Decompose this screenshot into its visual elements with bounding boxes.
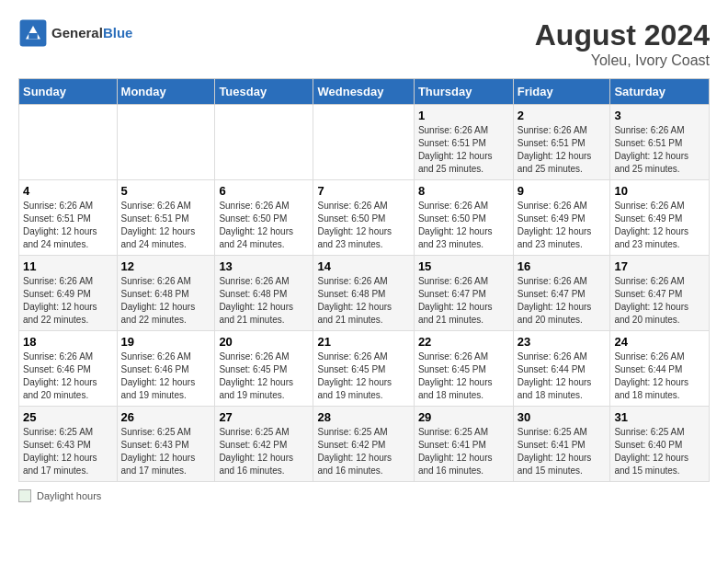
day-number: 26	[121, 410, 211, 424]
calendar-cell: 21Sunrise: 6:26 AM Sunset: 6:45 PM Dayli…	[313, 331, 414, 407]
day-info: Sunrise: 6:26 AM Sunset: 6:49 PM Dayligh…	[614, 200, 705, 251]
day-number: 29	[418, 410, 509, 424]
day-info: Sunrise: 6:26 AM Sunset: 6:47 PM Dayligh…	[614, 275, 705, 327]
calendar-cell	[313, 105, 414, 180]
day-info: Sunrise: 6:26 AM Sunset: 6:50 PM Dayligh…	[317, 200, 409, 251]
calendar-cell: 6Sunrise: 6:26 AM Sunset: 6:50 PM Daylig…	[215, 180, 313, 256]
calendar-cell: 18Sunrise: 6:26 AM Sunset: 6:46 PM Dayli…	[19, 331, 118, 407]
calendar-cell: 16Sunrise: 6:26 AM Sunset: 6:47 PM Dayli…	[513, 256, 610, 331]
calendar-cell: 31Sunrise: 6:25 AM Sunset: 6:40 PM Dayli…	[610, 407, 710, 482]
day-info: Sunrise: 6:25 AM Sunset: 6:43 PM Dayligh…	[121, 426, 211, 477]
calendar-week-1: 1Sunrise: 6:26 AM Sunset: 6:51 PM Daylig…	[19, 105, 710, 180]
day-number: 25	[23, 410, 113, 424]
day-info: Sunrise: 6:26 AM Sunset: 6:47 PM Dayligh…	[418, 275, 509, 327]
day-number: 22	[418, 335, 509, 349]
day-info: Sunrise: 6:26 AM Sunset: 6:49 PM Dayligh…	[518, 200, 607, 251]
day-number: 17	[614, 259, 705, 273]
subtitle: Yoleu, Ivory Coast	[535, 52, 710, 69]
day-info: Sunrise: 6:26 AM Sunset: 6:48 PM Dayligh…	[219, 275, 309, 327]
logo-icon	[18, 18, 48, 48]
calendar-cell	[19, 105, 118, 180]
calendar-week-4: 18Sunrise: 6:26 AM Sunset: 6:46 PM Dayli…	[19, 331, 710, 407]
legend-label: Daylight hours	[37, 490, 101, 501]
day-number: 31	[614, 410, 705, 424]
day-info: Sunrise: 6:26 AM Sunset: 6:44 PM Dayligh…	[614, 350, 705, 402]
calendar-cell: 30Sunrise: 6:25 AM Sunset: 6:41 PM Dayli…	[513, 407, 610, 482]
day-info: Sunrise: 6:26 AM Sunset: 6:50 PM Dayligh…	[418, 200, 509, 251]
calendar-cell: 9Sunrise: 6:26 AM Sunset: 6:49 PM Daylig…	[513, 180, 610, 256]
col-header-friday: Friday	[513, 79, 610, 105]
col-header-monday: Monday	[117, 79, 215, 105]
calendar-cell	[215, 105, 313, 180]
calendar-cell: 17Sunrise: 6:26 AM Sunset: 6:47 PM Dayli…	[610, 256, 710, 331]
day-info: Sunrise: 6:26 AM Sunset: 6:51 PM Dayligh…	[23, 200, 113, 251]
calendar-cell: 11Sunrise: 6:26 AM Sunset: 6:49 PM Dayli…	[19, 256, 118, 331]
col-header-sunday: Sunday	[19, 79, 118, 105]
calendar-cell: 10Sunrise: 6:26 AM Sunset: 6:49 PM Dayli…	[610, 180, 710, 256]
day-info: Sunrise: 6:26 AM Sunset: 6:45 PM Dayligh…	[219, 350, 309, 402]
calendar-cell: 8Sunrise: 6:26 AM Sunset: 6:50 PM Daylig…	[414, 180, 513, 256]
calendar-cell: 13Sunrise: 6:26 AM Sunset: 6:48 PM Dayli…	[215, 256, 313, 331]
calendar-cell	[117, 105, 215, 180]
day-info: Sunrise: 6:26 AM Sunset: 6:45 PM Dayligh…	[418, 350, 509, 402]
day-number: 11	[23, 259, 113, 273]
day-number: 19	[121, 335, 211, 349]
calendar-cell: 7Sunrise: 6:26 AM Sunset: 6:50 PM Daylig…	[313, 180, 414, 256]
day-info: Sunrise: 6:26 AM Sunset: 6:48 PM Dayligh…	[317, 275, 409, 327]
logo-text-general: General	[51, 25, 103, 40]
logo-text-blue: Blue	[103, 25, 133, 40]
day-number: 23	[518, 335, 607, 349]
col-header-wednesday: Wednesday	[313, 79, 414, 105]
page-header: GeneralBlue August 2024 Yoleu, Ivory Coa…	[18, 18, 710, 69]
main-title: August 2024	[535, 18, 710, 52]
calendar-table: SundayMondayTuesdayWednesdayThursdayFrid…	[18, 78, 710, 482]
day-number: 20	[219, 335, 309, 349]
day-number: 15	[418, 259, 509, 273]
calendar-cell: 25Sunrise: 6:25 AM Sunset: 6:43 PM Dayli…	[19, 407, 118, 482]
logo: GeneralBlue	[18, 18, 132, 48]
day-number: 7	[317, 184, 409, 198]
day-info: Sunrise: 6:25 AM Sunset: 6:43 PM Dayligh…	[23, 426, 113, 477]
day-number: 3	[614, 109, 705, 122]
day-number: 9	[518, 184, 607, 198]
day-info: Sunrise: 6:25 AM Sunset: 6:41 PM Dayligh…	[418, 426, 509, 477]
day-info: Sunrise: 6:26 AM Sunset: 6:45 PM Dayligh…	[317, 350, 409, 402]
calendar-cell: 27Sunrise: 6:25 AM Sunset: 6:42 PM Dayli…	[215, 407, 313, 482]
calendar-cell: 28Sunrise: 6:25 AM Sunset: 6:42 PM Dayli…	[313, 407, 414, 482]
day-number: 4	[23, 184, 113, 198]
calendar-cell: 2Sunrise: 6:26 AM Sunset: 6:51 PM Daylig…	[513, 105, 610, 180]
calendar-cell: 5Sunrise: 6:26 AM Sunset: 6:51 PM Daylig…	[117, 180, 215, 256]
calendar-week-3: 11Sunrise: 6:26 AM Sunset: 6:49 PM Dayli…	[19, 256, 710, 331]
calendar-cell: 29Sunrise: 6:25 AM Sunset: 6:41 PM Dayli…	[414, 407, 513, 482]
calendar-cell: 1Sunrise: 6:26 AM Sunset: 6:51 PM Daylig…	[414, 105, 513, 180]
day-number: 21	[317, 335, 409, 349]
calendar-week-5: 25Sunrise: 6:25 AM Sunset: 6:43 PM Dayli…	[19, 407, 710, 482]
day-number: 6	[219, 184, 309, 198]
calendar-cell: 14Sunrise: 6:26 AM Sunset: 6:48 PM Dayli…	[313, 256, 414, 331]
svg-rect-2	[28, 33, 38, 39]
day-number: 1	[418, 109, 509, 122]
col-header-saturday: Saturday	[610, 79, 710, 105]
day-info: Sunrise: 6:26 AM Sunset: 6:46 PM Dayligh…	[23, 350, 113, 402]
day-number: 18	[23, 335, 113, 349]
day-number: 12	[121, 259, 211, 273]
day-info: Sunrise: 6:26 AM Sunset: 6:44 PM Dayligh…	[518, 350, 607, 402]
day-info: Sunrise: 6:25 AM Sunset: 6:42 PM Dayligh…	[317, 426, 409, 477]
calendar-cell: 19Sunrise: 6:26 AM Sunset: 6:46 PM Dayli…	[117, 331, 215, 407]
calendar-cell: 24Sunrise: 6:26 AM Sunset: 6:44 PM Dayli…	[610, 331, 710, 407]
day-number: 16	[518, 259, 607, 273]
day-number: 27	[219, 410, 309, 424]
legend-box	[18, 489, 31, 502]
title-block: August 2024 Yoleu, Ivory Coast	[535, 18, 710, 69]
day-info: Sunrise: 6:26 AM Sunset: 6:51 PM Dayligh…	[121, 200, 211, 251]
calendar-cell: 20Sunrise: 6:26 AM Sunset: 6:45 PM Dayli…	[215, 331, 313, 407]
day-info: Sunrise: 6:25 AM Sunset: 6:40 PM Dayligh…	[614, 426, 705, 477]
calendar-cell: 3Sunrise: 6:26 AM Sunset: 6:51 PM Daylig…	[610, 105, 710, 180]
day-number: 8	[418, 184, 509, 198]
col-header-thursday: Thursday	[414, 79, 513, 105]
day-number: 5	[121, 184, 211, 198]
calendar-cell: 26Sunrise: 6:25 AM Sunset: 6:43 PM Dayli…	[117, 407, 215, 482]
day-number: 10	[614, 184, 705, 198]
day-number: 2	[518, 109, 607, 122]
col-header-tuesday: Tuesday	[215, 79, 313, 105]
